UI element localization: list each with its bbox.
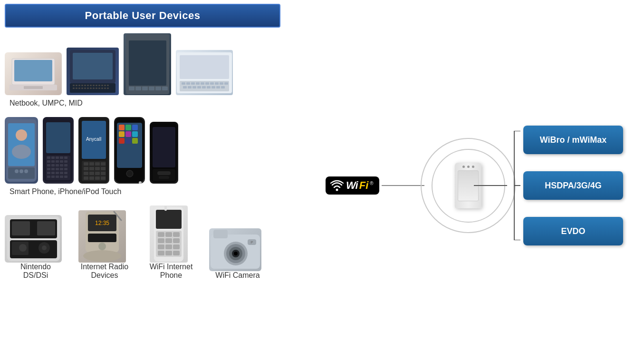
svg-rect-9 xyxy=(78,85,80,86)
svg-rect-11 xyxy=(84,85,86,86)
svg-rect-39 xyxy=(155,87,161,90)
wifi-badge: Wi Fi ® xyxy=(326,176,379,195)
smartphone-label: Smart Phone, iPhone/iPod Touch xyxy=(10,187,299,196)
svg-rect-19 xyxy=(107,85,109,86)
svg-rect-57 xyxy=(197,86,201,88)
phone-device-4 xyxy=(114,117,145,184)
svg-rect-53 xyxy=(224,82,228,85)
svg-rect-111 xyxy=(101,162,106,166)
network-boxes-container: WiBro / mWiMax HSDPA/3G/4G EVDO xyxy=(523,126,623,245)
svg-point-183 xyxy=(336,189,338,191)
svg-rect-173 xyxy=(164,206,167,211)
svg-rect-76 xyxy=(56,157,59,159)
evdo-box: EVDO xyxy=(523,217,623,245)
wibro-label: WiBro / mWiMax xyxy=(540,135,607,145)
netbook-device-3 xyxy=(124,33,171,95)
gadget-device-4: P xyxy=(209,228,261,271)
svg-rect-163 xyxy=(173,232,180,237)
svg-rect-15 xyxy=(96,85,97,86)
svg-rect-88 xyxy=(64,164,67,166)
svg-rect-81 xyxy=(56,160,59,163)
svg-rect-131 xyxy=(132,131,138,137)
svg-point-150 xyxy=(19,244,27,252)
svg-rect-116 xyxy=(84,172,88,175)
svg-rect-58 xyxy=(202,86,206,88)
svg-rect-55 xyxy=(188,86,192,88)
svg-rect-115 xyxy=(101,167,106,170)
svg-rect-100 xyxy=(51,176,55,178)
svg-point-66 xyxy=(12,145,31,159)
gadget-label-2: Internet RadioDevices xyxy=(78,263,131,280)
svg-rect-45 xyxy=(186,82,190,85)
svg-rect-166 xyxy=(173,238,180,243)
svg-rect-144 xyxy=(12,221,30,235)
netbook-device-2 xyxy=(67,48,119,95)
svg-rect-52 xyxy=(220,82,223,85)
svg-rect-37 xyxy=(142,87,148,90)
svg-rect-161 xyxy=(158,232,164,237)
svg-rect-141 xyxy=(159,176,169,179)
svg-rect-42 xyxy=(180,55,229,79)
wifi-to-router-line xyxy=(382,185,424,186)
svg-rect-20 xyxy=(73,88,75,89)
svg-rect-56 xyxy=(192,86,196,88)
svg-rect-51 xyxy=(215,82,219,85)
svg-rect-119 xyxy=(101,172,106,175)
svg-rect-25 xyxy=(87,88,89,89)
svg-rect-113 xyxy=(89,167,94,170)
gadget-label-1: NintendoDS/DSi xyxy=(10,263,62,280)
svg-rect-89 xyxy=(47,168,50,170)
svg-rect-96 xyxy=(56,172,59,174)
svg-rect-14 xyxy=(93,85,95,86)
svg-rect-84 xyxy=(47,164,50,166)
svg-rect-61 xyxy=(216,86,220,88)
svg-rect-35 xyxy=(129,87,135,90)
svg-rect-54 xyxy=(183,86,187,88)
svg-rect-40 xyxy=(162,87,168,90)
svg-rect-8 xyxy=(76,85,77,86)
svg-rect-70 xyxy=(24,169,28,173)
svg-rect-145 xyxy=(37,221,55,235)
dot-3 xyxy=(472,166,474,168)
netbook-device-4 xyxy=(176,50,233,95)
phone-device-3: Anycall xyxy=(78,117,109,184)
svg-rect-1 xyxy=(14,60,52,81)
svg-rect-165 xyxy=(165,238,172,243)
svg-rect-21 xyxy=(76,88,77,89)
hsdpa-label: HSDPA/3G/4G xyxy=(545,181,602,191)
svg-rect-82 xyxy=(60,160,63,163)
svg-rect-49 xyxy=(205,82,209,85)
svg-point-135 xyxy=(126,170,133,177)
svg-rect-92 xyxy=(60,168,63,170)
gadget-label-3: WiFi InternetPhone xyxy=(147,263,195,280)
svg-rect-172 xyxy=(173,251,180,255)
svg-rect-132 xyxy=(119,138,125,144)
svg-rect-101 xyxy=(56,176,59,178)
svg-rect-74 xyxy=(47,157,50,159)
router-to-bracket-line xyxy=(474,185,507,186)
netbook-label: Netbook, UMPC, MID xyxy=(10,99,299,108)
svg-rect-127 xyxy=(125,125,131,130)
svg-rect-170 xyxy=(158,251,164,255)
svg-rect-23 xyxy=(81,88,83,89)
svg-rect-29 xyxy=(98,88,100,89)
svg-rect-77 xyxy=(60,157,63,159)
svg-rect-5 xyxy=(73,53,113,79)
hsdpa-box: HSDPA/3G/4G xyxy=(523,171,623,200)
svg-point-149 xyxy=(42,245,47,250)
svg-rect-123 xyxy=(101,176,106,180)
left-section: Netbook, UMPC, MID xyxy=(5,33,299,289)
svg-rect-159 xyxy=(156,210,182,229)
svg-rect-94 xyxy=(47,172,50,174)
svg-rect-83 xyxy=(64,160,67,163)
svg-rect-85 xyxy=(51,164,55,166)
svg-rect-117 xyxy=(89,172,94,175)
svg-rect-13 xyxy=(90,85,92,86)
svg-rect-50 xyxy=(210,82,214,85)
wifi-fi-text: Fi xyxy=(359,179,369,192)
svg-rect-98 xyxy=(64,172,67,174)
svg-rect-162 xyxy=(165,232,172,237)
smartphone-images: Anycall xyxy=(5,117,299,184)
svg-rect-44 xyxy=(182,82,185,85)
svg-rect-102 xyxy=(60,176,63,178)
